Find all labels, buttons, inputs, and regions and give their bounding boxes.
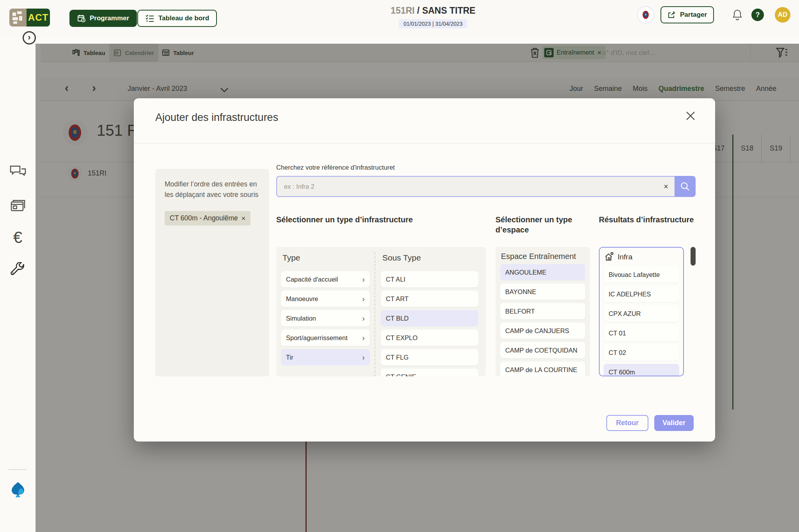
type-header: Type [282,253,370,262]
selection-order-panel: Modifier l’ordre des entrées en les dépl… [155,169,269,376]
espace-item[interactable]: CAMP de LA COURTINE [500,362,585,376]
act-logo-mark [9,9,27,27]
modal-footer: Retour Valider [606,415,694,431]
retour-button[interactable]: Retour [606,415,648,431]
help-button[interactable]: ? [751,9,764,21]
modal-title: Ajouter des infrastructures [155,112,278,124]
result-item[interactable]: CT 02 [604,344,679,361]
soustype-header: Sous Type [382,253,478,262]
chip-label: CT 600m - Angoulême [170,214,238,222]
infrastructure-search-input[interactable] [277,183,657,190]
chevron-right-icon: › [362,314,365,323]
infrastructure-search: × [276,176,696,197]
type-item[interactable]: Simulation› [281,310,370,326]
soustype-item[interactable]: CT GENIE [381,369,478,376]
soustype-item[interactable]: CT ART [381,291,478,307]
sidebar-divider [9,469,27,470]
header-actions: Partager ? AD [637,6,790,23]
chevron-right-icon: › [362,294,365,303]
unit-crest-icon[interactable] [637,6,654,23]
espace-item[interactable]: CAMP de CANJUERS [500,323,585,339]
result-item[interactable]: CT 01 [604,325,679,341]
espace-item[interactable]: BAYONNE [500,284,585,300]
section-type-espace: Sélectionner un type d’espace [495,215,578,235]
results-panel: Infra Bivouac Lafayette IC ADELPHES CPX … [599,247,684,376]
search-label: Cherchez votre référence d'infrastructur… [276,164,395,171]
results-header-label: Infra [618,253,632,261]
chevron-right-icon: › [362,275,365,284]
soustype-item[interactable]: CT EXPLO [381,330,478,346]
programmer-label: Programmer [90,14,129,22]
remove-chip-icon[interactable]: × [241,215,246,222]
chat-icon[interactable] [9,165,27,179]
partager-button[interactable]: Partager [661,6,714,23]
document-title-block: 151RI / SANS TITRE 01/01/2023 | 31/04/20… [391,5,475,28]
calendar-clock-icon [77,14,86,23]
notifications-bell-icon[interactable] [732,9,743,21]
app-header: ACT Programmer Tableau de bord 151RI / S… [0,0,799,37]
act-logo-text: ACT [27,9,50,27]
magnifier-icon [680,181,690,192]
soustype-column: Sous Type CT ALI CT ART CT BLD CT EXPLO … [375,252,478,376]
results-header: Infra [604,252,679,262]
espace-panel: Espace Entraînement ANGOULEME BAYONNE BE… [495,247,590,376]
house-flag-icon [604,252,614,262]
document-title: 151RI / SANS TITRE [391,5,475,16]
programmer-button[interactable]: Programmer [69,10,137,27]
result-item-selected[interactable]: CT 600m [604,364,679,376]
result-item[interactable]: CPX AZUR [604,305,679,322]
wrench-icon[interactable] [10,262,26,278]
close-icon[interactable] [685,111,696,121]
left-sidebar: › € [0,37,36,532]
soustype-item-selected[interactable]: CT BLD [381,310,478,326]
chevron-right-icon: › [362,353,365,362]
add-infrastructure-modal: Ajouter des infrastructures Modifier l’o… [134,98,715,442]
espace-item-selected[interactable]: ANGOULEME [500,264,585,280]
expand-sidebar-button[interactable]: › [23,31,36,44]
tableau-de-bord-button[interactable]: Tableau de bord [137,10,217,27]
valider-button[interactable]: Valider [654,415,694,431]
partager-label: Partager [680,11,707,19]
type-item[interactable]: Sport/aguerrissement› [281,330,370,346]
type-column: Type Capacité d'accueil› Manoeuvre› Simu… [281,252,370,376]
result-item[interactable]: Bivouac Lafayette [604,266,679,283]
espace-item[interactable]: BELFORT [500,303,585,319]
type-item-selected[interactable]: Tir› [281,349,370,365]
clear-search-icon[interactable]: × [657,182,675,191]
selected-infrastructure-chip[interactable]: CT 600m - Angoulême × [165,211,250,225]
type-soustype-panel: Type Capacité d'accueil› Manoeuvre› Simu… [276,247,486,376]
espace-header: Espace Entraînement [501,252,585,261]
act-logo: ACT [9,9,50,27]
app-screen: Tableau Calendrier Tableur [0,0,799,532]
search-button[interactable] [675,176,696,197]
section-type-infrastructure: Sélectionner un type d’infrastructure [276,215,413,225]
modal-divider [134,143,715,144]
cards-icon[interactable] [10,199,26,213]
tableau-de-bord-label: Tableau de bord [158,14,209,22]
result-item[interactable]: IC ADELPHES [604,286,679,302]
espace-item[interactable]: CAMP de COETQUIDAN [500,342,585,358]
drag-hint-text: Modifier l’ordre des entrées en les dépl… [165,179,260,200]
soustype-item[interactable]: CT ALI [381,271,478,287]
section-resultats: Résultats d’infrastructure [599,215,694,225]
spade-logo-icon[interactable] [10,481,26,498]
checklist-icon [145,14,154,23]
soustype-item[interactable]: CT FLG [381,349,478,365]
type-item[interactable]: Capacité d'accueil› [281,271,370,287]
share-icon [668,11,676,19]
results-scrollbar[interactable] [691,247,696,266]
euro-icon[interactable]: € [13,229,22,246]
search-input-wrap: × [276,176,675,197]
chevron-right-icon: › [362,333,365,342]
date-range-badge[interactable]: 01/01/2023 | 31/04/2023 [399,19,467,28]
type-item[interactable]: Manoeuvre› [281,291,370,307]
user-avatar[interactable]: AD [775,7,790,23]
